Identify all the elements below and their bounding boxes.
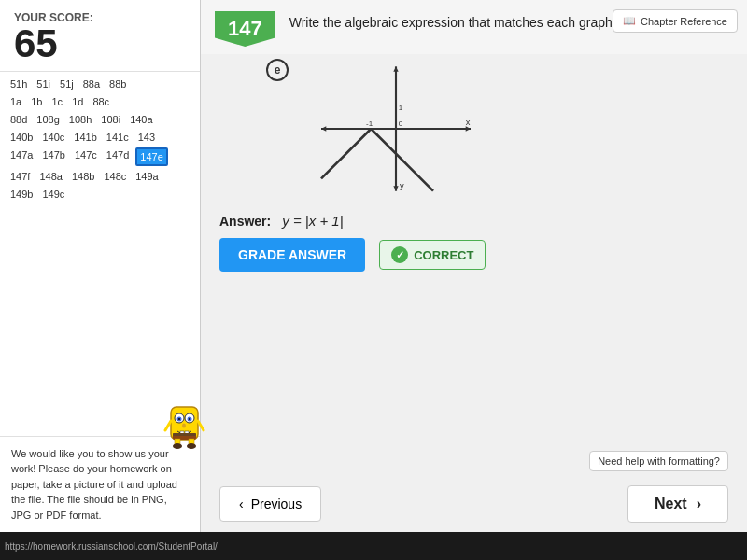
nav-item-147b[interactable]: 147b [39, 147, 67, 166]
nav-item-51i[interactable]: 51i [34, 77, 53, 91]
nav-item-148a[interactable]: 148a [36, 169, 64, 184]
svg-point-18 [178, 418, 180, 420]
svg-marker-3 [321, 126, 326, 131]
nav-item-147c[interactable]: 147c [72, 147, 100, 166]
checkmark-icon: ✓ [391, 246, 408, 263]
correct-label: CORRECT [414, 248, 473, 262]
book-icon: 📖 [623, 15, 636, 27]
nav-grid: 51h 51i 51j 88a 88b 1a 1b 1c 1d 88c 88d … [0, 72, 200, 436]
nav-item-88c[interactable]: 88c [90, 94, 112, 109]
svg-point-27 [173, 443, 182, 449]
chevron-right-icon: › [697, 496, 701, 512]
nav-item-141b[interactable]: 141b [71, 130, 99, 145]
nav-row-7: 149b 149c [7, 187, 192, 202]
nav-row-1: 51h 51i 51j 88a 88b [7, 77, 192, 91]
answer-row: Answer: y = |x + 1| [201, 208, 747, 233]
correct-badge: ✓ CORRECT [379, 240, 486, 270]
nav-item-88a[interactable]: 88a [80, 77, 103, 91]
nav-item-147d[interactable]: 147d [104, 147, 132, 166]
svg-point-28 [187, 443, 196, 449]
nav-item-141c[interactable]: 141c [104, 130, 132, 145]
problem-number: 147 [215, 11, 275, 47]
navigation-buttons: ‹ Previous Next › [201, 476, 747, 532]
chapter-reference-label: Chapter Reference [641, 16, 727, 27]
nav-row-5: 147a 147b 147c 147d 147e [7, 147, 192, 166]
svg-point-20 [182, 424, 186, 428]
svg-rect-24 [173, 433, 196, 436]
nav-item-51h[interactable]: 51h [7, 77, 30, 91]
nav-item-1a[interactable]: 1a [7, 94, 24, 109]
nav-item-148b[interactable]: 148b [69, 169, 97, 184]
chapter-reference-button[interactable]: 📖 Chapter Reference [613, 9, 738, 33]
nav-row-2: 1a 1b 1c 1d 88c [7, 94, 192, 109]
action-row: GRADE ANSWER ✓ CORRECT [201, 233, 747, 281]
nav-row-3: 88d 108g 108h 108i 140a [7, 112, 192, 127]
content-main: 147 Write the algebraic expression that … [201, 0, 747, 532]
nav-item-1b[interactable]: 1b [28, 94, 45, 109]
nav-item-88b[interactable]: 88b [106, 77, 129, 91]
help-formatting-area: Need help with formatting? [201, 451, 747, 476]
nav-item-108i[interactable]: 108i [98, 112, 123, 127]
nav-item-149a[interactable]: 149a [133, 169, 161, 184]
svg-marker-4 [393, 186, 398, 190]
previous-label: Previous [251, 497, 302, 511]
svg-line-6 [321, 129, 371, 178]
svg-marker-5 [393, 66, 398, 71]
answer-label: Answer: [219, 214, 271, 229]
nav-item-140b[interactable]: 140b [7, 130, 35, 145]
next-button[interactable]: Next › [627, 485, 728, 523]
url-bar: https://homework.russianschool.com/Stude… [5, 541, 742, 552]
nav-item-51j[interactable]: 51j [57, 77, 77, 91]
nav-row-6: 147f 148a 148b 148c 149a [7, 169, 192, 184]
spongebob-svg [163, 398, 205, 449]
nav-item-149c[interactable]: 149c [39, 187, 67, 202]
nav-item-140c[interactable]: 140c [39, 130, 67, 145]
svg-text:0: 0 [399, 119, 403, 128]
grade-answer-button[interactable]: GRADE ANSWER [219, 238, 365, 272]
svg-line-30 [198, 421, 204, 430]
nav-item-1c[interactable]: 1c [49, 94, 66, 109]
nav-item-108h[interactable]: 108h [66, 112, 94, 127]
content-header: 147 Write the algebraic expression that … [201, 0, 747, 54]
nav-item-88d[interactable]: 88d [7, 112, 30, 127]
nav-item-148c[interactable]: 148c [101, 169, 129, 184]
nav-item-143[interactable]: 143 [135, 130, 158, 145]
previous-button[interactable]: ‹ Previous [219, 486, 321, 522]
spongebob-character [163, 398, 205, 453]
svg-point-19 [189, 418, 190, 420]
help-formatting-button[interactable]: Need help with formatting? [589, 451, 728, 471]
graph-svg: y x 0 -1 1 [303, 54, 489, 203]
nav-item-1d[interactable]: 1d [69, 94, 86, 109]
nav-item-147a[interactable]: 147a [7, 147, 35, 166]
graph-area: e y x [201, 54, 747, 208]
svg-line-29 [165, 421, 171, 430]
chevron-left-icon: ‹ [239, 497, 244, 511]
nav-item-149b[interactable]: 149b [7, 187, 35, 202]
svg-text:1: 1 [399, 104, 403, 112]
graph-svg-container: y x 0 -1 1 [303, 54, 489, 203]
svg-text:y: y [400, 181, 404, 190]
svg-text:x: x [466, 118, 471, 127]
next-label: Next [655, 496, 687, 512]
nav-item-108g[interactable]: 108g [34, 112, 62, 127]
problem-e-badge: e [266, 59, 289, 81]
score-value: 65 [14, 24, 186, 63]
nav-item-147e[interactable]: 147e [135, 147, 167, 166]
svg-text:-1: -1 [366, 119, 374, 128]
nav-item-147f[interactable]: 147f [7, 169, 33, 184]
nav-item-140a[interactable]: 140a [127, 112, 155, 127]
homework-text: We would like you to show us your work! … [11, 448, 177, 521]
score-box: YOUR SCORE: 65 [0, 0, 200, 72]
taskbar: https://homework.russianschool.com/Stude… [0, 532, 747, 560]
nav-row-4: 140b 140c 141b 141c 143 [7, 130, 192, 145]
answer-expression: y = |x + 1| [282, 213, 343, 229]
